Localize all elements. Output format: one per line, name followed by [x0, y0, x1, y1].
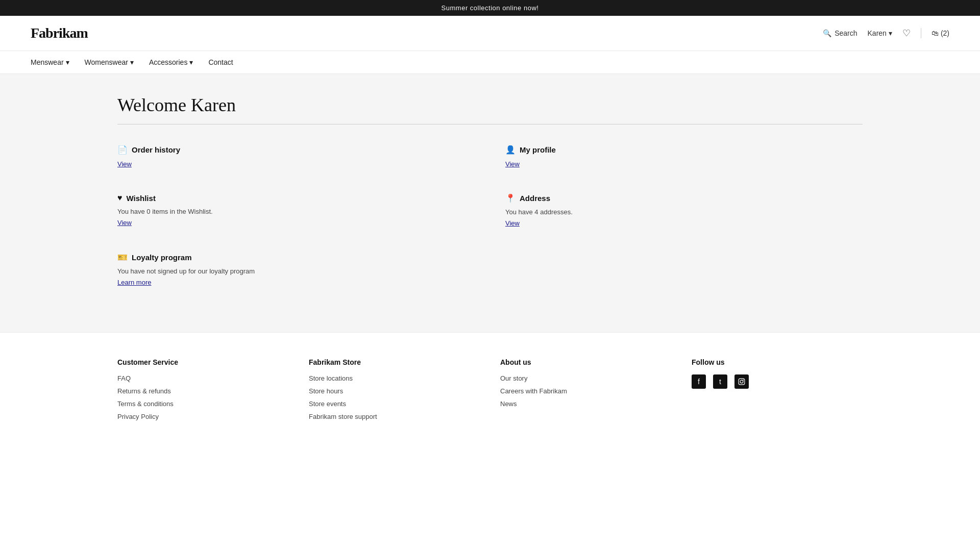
footer-about-us-title: About us	[500, 358, 671, 366]
address-section: 📍 Address You have 4 addresses. View	[505, 193, 863, 227]
footer-customer-service-title: Customer Service	[117, 358, 288, 366]
nav-womenswear-label: Womenswear	[85, 58, 128, 66]
chevron-down-icon: ▾	[189, 58, 193, 66]
footer-about-us: About us Our story Careers with Fabrikam…	[500, 358, 671, 425]
header-actions: 🔍 Search Karen ▾ ♡ 🛍 (2)	[823, 28, 949, 39]
nav-womenswear[interactable]: Womenswear ▾	[85, 58, 134, 66]
social-icons: f t	[692, 374, 863, 389]
wishlist-description: You have 0 items in the Wishlist.	[117, 208, 475, 215]
user-menu[interactable]: Karen ▾	[868, 29, 892, 37]
address-view-link[interactable]: View	[505, 219, 520, 227]
order-history-icon: 📄	[117, 145, 128, 155]
footer-follow-us: Follow us f t	[692, 358, 863, 425]
footer-link-privacy[interactable]: Privacy Policy	[117, 413, 288, 420]
search-icon: 🔍	[823, 29, 831, 37]
nav-contact[interactable]: Contact	[208, 58, 233, 66]
footer-link-store-events[interactable]: Store events	[309, 400, 480, 408]
cart-button[interactable]: 🛍 (2)	[932, 29, 949, 37]
footer-fabrikam-store: Fabrikam Store Store locations Store hou…	[309, 358, 480, 425]
loyalty-label: Loyalty program	[132, 253, 192, 262]
announcement-text: Summer collection online now!	[442, 4, 539, 12]
nav-accessories[interactable]: Accessories ▾	[149, 58, 193, 66]
account-grid: 📄 Order history View 👤 My profile View ♥…	[117, 145, 863, 291]
address-description: You have 4 addresses.	[505, 208, 863, 216]
search-button[interactable]: 🔍 Search	[823, 29, 857, 37]
footer-link-faq[interactable]: FAQ	[117, 374, 288, 382]
title-divider	[117, 124, 863, 124]
chevron-down-icon: ▾	[889, 29, 892, 37]
wishlist-button[interactable]: ♡	[902, 28, 911, 39]
chevron-down-icon: ▾	[130, 58, 134, 66]
order-history-label: Order history	[132, 145, 180, 154]
nav-contact-label: Contact	[208, 58, 233, 66]
address-icon: 📍	[505, 193, 516, 203]
footer-link-terms[interactable]: Terms & conditions	[117, 400, 288, 408]
footer-link-news[interactable]: News	[500, 400, 671, 408]
wishlist-title: ♥ Wishlist	[117, 193, 475, 203]
instagram-icon[interactable]	[734, 374, 749, 389]
loyalty-title: 🎫 Loyalty program	[117, 253, 475, 262]
main-content: Welcome Karen 📄 Order history View 👤 My …	[0, 74, 980, 332]
nav-accessories-label: Accessories	[149, 58, 187, 66]
footer-follow-us-title: Follow us	[692, 358, 863, 366]
chevron-down-icon: ▾	[66, 58, 69, 66]
footer-link-store-hours[interactable]: Store hours	[309, 387, 480, 395]
svg-point-2	[743, 380, 744, 381]
cart-icon: 🛍	[932, 29, 939, 37]
footer-link-careers[interactable]: Careers with Fabrikam	[500, 387, 671, 395]
my-profile-view-link[interactable]: View	[505, 160, 520, 168]
my-profile-section: 👤 My profile View	[505, 145, 863, 168]
footer-customer-service: Customer Service FAQ Returns & refunds T…	[117, 358, 288, 425]
nav-menswear-label: Menswear	[31, 58, 64, 66]
main-nav: Menswear ▾ Womenswear ▾ Accessories ▾ Co…	[0, 51, 980, 74]
my-profile-title: 👤 My profile	[505, 145, 863, 155]
wishlist-icon: ♥	[117, 193, 122, 203]
loyalty-learn-more-link[interactable]: Learn more	[117, 279, 151, 286]
facebook-icon[interactable]: f	[692, 374, 706, 389]
loyalty-icon: 🎫	[117, 253, 128, 262]
wishlist-section: ♥ Wishlist You have 0 items in the Wishl…	[117, 193, 475, 227]
page-title: Welcome Karen	[117, 94, 863, 116]
footer-link-store-support[interactable]: Fabrikam store support	[309, 413, 480, 420]
wishlist-label: Wishlist	[127, 194, 156, 203]
announcement-bar: Summer collection online now!	[0, 0, 980, 16]
order-history-title: 📄 Order history	[117, 145, 475, 155]
cart-count: (2)	[941, 29, 949, 37]
order-history-view-link[interactable]: View	[117, 160, 132, 168]
address-label: Address	[520, 194, 550, 203]
loyalty-section: 🎫 Loyalty program You have not signed up…	[117, 253, 475, 286]
footer-fabrikam-store-title: Fabrikam Store	[309, 358, 480, 366]
header: Fabrikam 🔍 Search Karen ▾ ♡ 🛍 (2)	[0, 16, 980, 51]
order-history-section: 📄 Order history View	[117, 145, 475, 168]
profile-icon: 👤	[505, 145, 516, 155]
address-title: 📍 Address	[505, 193, 863, 203]
svg-point-1	[740, 380, 743, 383]
twitter-icon[interactable]: t	[713, 374, 727, 389]
nav-menswear[interactable]: Menswear ▾	[31, 58, 69, 66]
svg-rect-0	[739, 379, 745, 385]
header-divider	[921, 28, 921, 38]
loyalty-description: You have not signed up for our loyalty p…	[117, 267, 475, 275]
logo[interactable]: Fabrikam	[31, 25, 88, 41]
footer-grid: Customer Service FAQ Returns & refunds T…	[117, 358, 863, 425]
footer-link-returns[interactable]: Returns & refunds	[117, 387, 288, 395]
user-name: Karen	[868, 29, 887, 37]
my-profile-label: My profile	[520, 145, 556, 154]
footer-link-store-locations[interactable]: Store locations	[309, 374, 480, 382]
footer-link-our-story[interactable]: Our story	[500, 374, 671, 382]
search-label: Search	[835, 29, 857, 37]
footer: Customer Service FAQ Returns & refunds T…	[0, 332, 980, 446]
wishlist-view-link[interactable]: View	[117, 219, 132, 227]
